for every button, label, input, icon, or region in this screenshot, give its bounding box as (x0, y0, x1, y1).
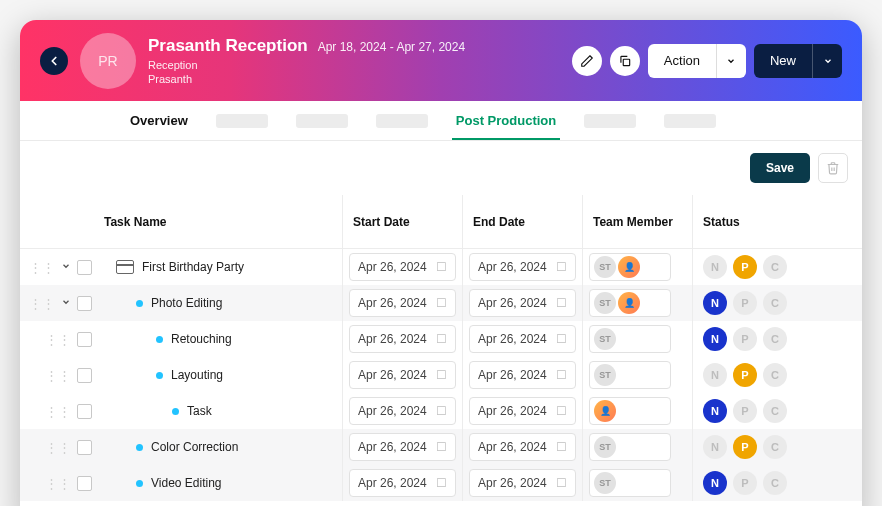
member-chip: ST (594, 292, 616, 314)
status-p-button[interactable]: P (733, 471, 757, 495)
drag-handle-icon[interactable]: ⋮⋮ (45, 369, 71, 382)
member-avatar-icon: 👤 (618, 292, 640, 314)
drag-handle-icon[interactable]: ⋮⋮ (45, 333, 71, 346)
end-date-input[interactable]: Apr 26, 2024☐ (469, 361, 576, 389)
tab-placeholder[interactable] (216, 114, 268, 128)
page-header: PR Prasanth Reception Apr 18, 2024 - Apr… (20, 20, 862, 101)
task-name: Video Editing (151, 476, 222, 490)
task-name: Retouching (171, 332, 232, 346)
date-value: Apr 26, 2024 (358, 368, 427, 382)
status-n-button[interactable]: N (703, 363, 727, 387)
team-member-select[interactable]: ST👤 (589, 253, 671, 281)
end-date-input[interactable]: Apr 26, 2024☐ (469, 289, 576, 317)
drag-handle-icon[interactable]: ⋮⋮ (45, 477, 71, 490)
calendar-icon: ☐ (556, 296, 567, 310)
date-value: Apr 26, 2024 (478, 476, 547, 490)
row-checkbox[interactable] (77, 296, 92, 311)
tab-placeholder[interactable] (376, 114, 428, 128)
start-date-input[interactable]: Apr 26, 2024☐ (349, 253, 456, 281)
col-end: End Date (462, 195, 582, 248)
status-p-button[interactable]: P (733, 363, 757, 387)
status-n-button[interactable]: N (703, 255, 727, 279)
edit-button[interactable] (572, 46, 602, 76)
status-n-button[interactable]: N (703, 291, 727, 315)
action-dropdown[interactable]: Action (648, 44, 746, 78)
start-date-input[interactable]: Apr 26, 2024☐ (349, 289, 456, 317)
copy-icon (618, 54, 632, 68)
expand-toggle[interactable] (61, 260, 71, 274)
start-date-input[interactable]: Apr 26, 2024☐ (349, 469, 456, 497)
grid-header: Task Name Start Date End Date Team Membe… (20, 195, 862, 249)
row-checkbox[interactable] (77, 404, 92, 419)
status-n-button[interactable]: N (703, 471, 727, 495)
date-value: Apr 26, 2024 (478, 332, 547, 346)
end-date-input[interactable]: Apr 26, 2024☐ (469, 433, 576, 461)
task-name: First Birthday Party (142, 260, 244, 274)
status-n-button[interactable]: N (703, 399, 727, 423)
start-date-input[interactable]: Apr 26, 2024☐ (349, 397, 456, 425)
tab-placeholder[interactable] (584, 114, 636, 128)
date-value: Apr 26, 2024 (358, 440, 427, 454)
tab-placeholder[interactable] (296, 114, 348, 128)
tabs-bar: Overview Post Production (20, 101, 862, 141)
subtitle-client: Prasanth (148, 73, 560, 85)
new-dropdown[interactable]: New (754, 44, 842, 78)
status-c-button[interactable]: C (763, 435, 787, 459)
col-status: Status (692, 195, 862, 248)
status-p-button[interactable]: P (733, 399, 757, 423)
end-date-input[interactable]: Apr 26, 2024☐ (469, 325, 576, 353)
status-n-button[interactable]: N (703, 327, 727, 351)
drag-handle-icon[interactable]: ⋮⋮ (45, 405, 71, 418)
status-c-button[interactable]: C (763, 399, 787, 423)
drag-handle-icon[interactable]: ⋮⋮ (45, 441, 71, 454)
calendar-icon: ☐ (436, 296, 447, 310)
status-p-button[interactable]: P (733, 435, 757, 459)
status-p-button[interactable]: P (733, 291, 757, 315)
delete-button[interactable] (818, 153, 848, 183)
row-checkbox[interactable] (77, 332, 92, 347)
tab-placeholder[interactable] (664, 114, 716, 128)
status-n-button[interactable]: N (703, 435, 727, 459)
drag-handle-icon[interactable]: ⋮⋮ (29, 297, 55, 310)
bullet-icon (136, 444, 143, 451)
row-checkbox[interactable] (77, 368, 92, 383)
team-member-select[interactable]: ST (589, 361, 671, 389)
duplicate-button[interactable] (610, 46, 640, 76)
save-button[interactable]: Save (750, 153, 810, 183)
end-date-input[interactable]: Apr 26, 2024☐ (469, 253, 576, 281)
back-button[interactable] (40, 47, 68, 75)
header-actions: Action New (572, 44, 842, 78)
row-checkbox[interactable] (77, 260, 92, 275)
status-p-button[interactable]: P (733, 255, 757, 279)
team-member-select[interactable]: ST👤 (589, 289, 671, 317)
team-member-select[interactable]: ST (589, 433, 671, 461)
drag-handle-icon[interactable]: ⋮⋮ (29, 261, 55, 274)
expand-toggle[interactable] (61, 296, 71, 310)
calendar-icon: ☐ (436, 368, 447, 382)
tab-post-production[interactable]: Post Production (456, 101, 556, 140)
avatar: PR (80, 33, 136, 89)
row-checkbox[interactable] (77, 476, 92, 491)
team-member-select[interactable]: 👤 (589, 397, 671, 425)
status-c-button[interactable]: C (763, 255, 787, 279)
tab-overview[interactable]: Overview (130, 101, 188, 140)
svg-rect-0 (623, 59, 629, 65)
status-c-button[interactable]: C (763, 471, 787, 495)
team-member-select[interactable]: ST (589, 325, 671, 353)
table-row: ⋮⋮ Color Correction Apr 26, 2024☐ Apr 26… (20, 429, 862, 465)
task-grid: Task Name Start Date End Date Team Membe… (20, 195, 862, 501)
end-date-input[interactable]: Apr 26, 2024☐ (469, 469, 576, 497)
calendar-icon: ☐ (436, 404, 447, 418)
member-avatar-icon: 👤 (618, 256, 640, 278)
row-checkbox[interactable] (77, 440, 92, 455)
status-p-button[interactable]: P (733, 327, 757, 351)
status-c-button[interactable]: C (763, 291, 787, 315)
start-date-input[interactable]: Apr 26, 2024☐ (349, 433, 456, 461)
team-member-select[interactable]: ST (589, 469, 671, 497)
status-c-button[interactable]: C (763, 327, 787, 351)
member-chip: ST (594, 364, 616, 386)
status-c-button[interactable]: C (763, 363, 787, 387)
end-date-input[interactable]: Apr 26, 2024☐ (469, 397, 576, 425)
start-date-input[interactable]: Apr 26, 2024☐ (349, 361, 456, 389)
start-date-input[interactable]: Apr 26, 2024☐ (349, 325, 456, 353)
